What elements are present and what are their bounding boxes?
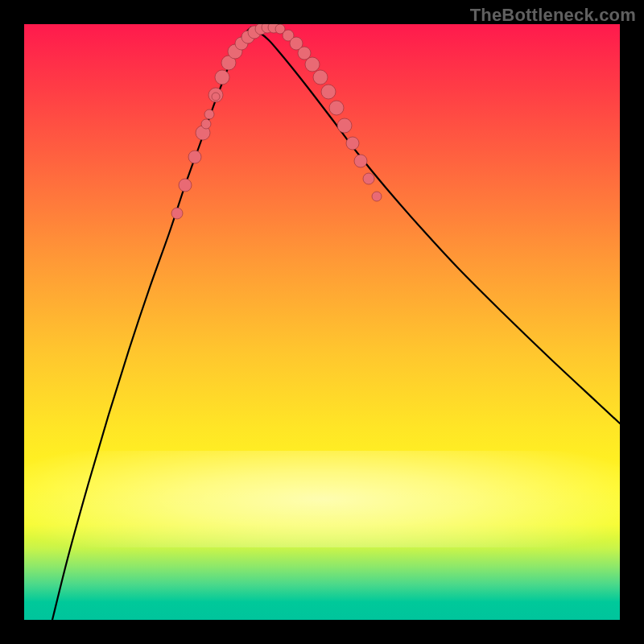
curve-marker [354, 155, 367, 167]
markers-left [171, 24, 285, 219]
curve-left-branch [52, 27, 251, 620]
curve-marker [321, 85, 336, 99]
curve-marker [201, 119, 211, 129]
watermark-text: TheBottleneck.com [470, 5, 636, 26]
chart-svg [24, 24, 620, 620]
curve-marker [212, 93, 220, 101]
curve-marker [372, 192, 382, 201]
curve-marker [179, 179, 192, 192]
markers-right [283, 30, 382, 201]
curve-marker [363, 173, 374, 184]
curve-marker [346, 137, 359, 150]
curve-marker [215, 70, 229, 85]
curve-marker [204, 109, 214, 119]
chart-container: TheBottleneck.com [0, 0, 644, 644]
plot-area [24, 24, 620, 620]
curve-marker [305, 57, 320, 72]
curve-marker [329, 101, 344, 115]
curve-marker [337, 118, 352, 133]
curve-marker [298, 47, 311, 60]
curve-right-branch [251, 27, 620, 423]
curve-marker [171, 208, 183, 219]
curve-marker [188, 151, 201, 163]
curve-marker [313, 70, 328, 85]
